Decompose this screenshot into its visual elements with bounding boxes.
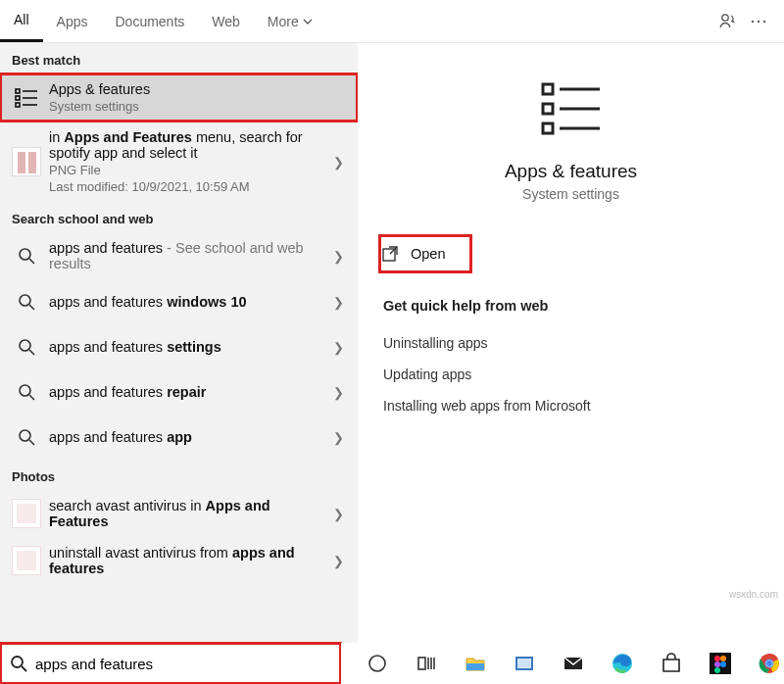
taskbar bbox=[341, 643, 784, 684]
chevron-right-icon[interactable]: ❯ bbox=[325, 430, 352, 445]
svg-rect-20 bbox=[543, 84, 553, 94]
quick-link-installing[interactable]: Installing web apps from Microsoft bbox=[383, 390, 759, 421]
preview-subtitle: System settings bbox=[383, 186, 759, 202]
taskbar-store-icon[interactable] bbox=[657, 649, 686, 678]
result-subtitle: System settings bbox=[49, 99, 352, 114]
svg-line-29 bbox=[22, 666, 26, 671]
taskbar-taskview-icon[interactable] bbox=[412, 649, 441, 678]
section-best-match: Best match bbox=[0, 43, 358, 73]
text: search avast antivirus in bbox=[49, 498, 206, 513]
result-web-4[interactable]: apps and features repair ❯ bbox=[0, 369, 358, 415]
image-thumbnail-icon bbox=[12, 499, 41, 528]
tab-all[interactable]: All bbox=[0, 0, 43, 42]
svg-point-2 bbox=[758, 20, 760, 23]
svg-point-12 bbox=[20, 295, 30, 306]
text-bold: app bbox=[167, 429, 192, 445]
result-web-3[interactable]: apps and features settings ❯ bbox=[0, 324, 358, 369]
result-title: uninstall avast antivirus from apps and … bbox=[49, 545, 325, 576]
svg-point-18 bbox=[20, 430, 30, 441]
apps-features-large-icon bbox=[533, 71, 610, 147]
taskbar-cortana-icon[interactable] bbox=[363, 649, 392, 678]
taskbar-file-explorer-icon[interactable] bbox=[461, 649, 490, 678]
svg-rect-31 bbox=[418, 658, 425, 669]
chevron-right-icon[interactable]: ❯ bbox=[325, 385, 352, 400]
svg-point-16 bbox=[20, 385, 30, 396]
chevron-right-icon[interactable]: ❯ bbox=[325, 155, 352, 170]
svg-line-19 bbox=[29, 440, 34, 445]
bottom-bar bbox=[0, 643, 784, 684]
tab-more-label: More bbox=[268, 14, 299, 29]
chevron-right-icon[interactable]: ❯ bbox=[325, 507, 352, 521]
tab-documents[interactable]: Documents bbox=[101, 0, 198, 42]
result-web-2[interactable]: apps and features windows 10 ❯ bbox=[0, 279, 358, 324]
list-settings-icon bbox=[12, 83, 41, 113]
top-tab-bar: All Apps Documents Web More bbox=[0, 0, 784, 43]
text: apps and features bbox=[49, 339, 167, 355]
chevron-right-icon[interactable]: ❯ bbox=[325, 554, 352, 568]
result-web-1[interactable]: apps and features - See school and web r… bbox=[0, 232, 358, 279]
watermark: wsxdn.com bbox=[729, 589, 778, 600]
tab-apps[interactable]: Apps bbox=[43, 0, 102, 42]
svg-line-17 bbox=[29, 395, 34, 400]
tab-web[interactable]: Web bbox=[198, 0, 254, 42]
svg-point-1 bbox=[752, 20, 755, 23]
chevron-down-icon bbox=[303, 19, 313, 24]
result-title: apps and features repair bbox=[49, 384, 325, 400]
svg-point-14 bbox=[20, 340, 30, 351]
chevron-right-icon[interactable]: ❯ bbox=[325, 295, 352, 310]
result-title: Apps & features bbox=[49, 81, 352, 97]
search-icon bbox=[12, 332, 41, 362]
chevron-right-icon[interactable]: ❯ bbox=[325, 340, 352, 355]
open-button[interactable]: Open bbox=[379, 235, 471, 272]
svg-line-11 bbox=[29, 259, 34, 264]
svg-point-42 bbox=[720, 656, 726, 661]
svg-point-0 bbox=[722, 14, 728, 20]
section-photos: Photos bbox=[0, 460, 358, 490]
taskbar-edge-icon[interactable] bbox=[608, 649, 637, 678]
quick-link-uninstalling[interactable]: Uninstalling apps bbox=[383, 327, 759, 359]
result-title: in Apps and Features menu, search for sp… bbox=[49, 129, 325, 161]
svg-point-10 bbox=[20, 249, 30, 260]
chevron-right-icon[interactable]: ❯ bbox=[325, 249, 352, 264]
tab-more[interactable]: More bbox=[254, 0, 326, 42]
result-photo-2[interactable]: uninstall avast antivirus from apps and … bbox=[0, 537, 358, 584]
search-icon bbox=[12, 377, 41, 407]
image-thumbnail-icon bbox=[12, 147, 41, 176]
taskbar-figma-icon[interactable] bbox=[706, 649, 735, 678]
results-pane: Best match Apps & features System settin… bbox=[0, 43, 358, 643]
open-label: Open bbox=[411, 246, 445, 262]
svg-rect-35 bbox=[466, 663, 484, 670]
text: apps and features bbox=[49, 429, 167, 445]
taskbar-mail-icon[interactable] bbox=[559, 649, 588, 678]
taskbar-snip-icon[interactable] bbox=[510, 649, 539, 678]
quick-link-updating[interactable]: Updating apps bbox=[383, 359, 759, 390]
svg-rect-4 bbox=[16, 89, 20, 93]
result-title: apps and features app bbox=[49, 429, 325, 445]
result-title: apps and features - See school and web r… bbox=[49, 240, 325, 271]
svg-point-41 bbox=[714, 656, 720, 661]
text-bold: repair bbox=[167, 384, 206, 400]
svg-rect-40 bbox=[710, 653, 731, 674]
svg-rect-8 bbox=[16, 103, 20, 107]
result-web-5[interactable]: apps and features app ❯ bbox=[0, 415, 358, 460]
text: apps and features bbox=[49, 384, 167, 400]
svg-rect-37 bbox=[517, 659, 531, 668]
search-input[interactable] bbox=[35, 656, 339, 672]
svg-line-15 bbox=[29, 350, 34, 355]
text-bold: Apps and Features bbox=[64, 129, 192, 145]
result-apps-and-features[interactable]: Apps & features System settings bbox=[0, 73, 358, 122]
text: apps and features bbox=[49, 240, 163, 256]
text: apps and features bbox=[49, 294, 167, 310]
text-bold: windows 10 bbox=[167, 294, 246, 310]
svg-rect-24 bbox=[543, 123, 553, 133]
result-file-tip[interactable]: in Apps and Features menu, search for sp… bbox=[0, 122, 358, 202]
feedback-icon[interactable] bbox=[711, 6, 743, 37]
result-photo-1[interactable]: search avast antivirus in Apps and Featu… bbox=[0, 490, 358, 537]
svg-point-43 bbox=[720, 661, 726, 667]
more-options-icon[interactable] bbox=[743, 6, 774, 37]
preview-title: Apps & features bbox=[383, 161, 759, 182]
search-box[interactable] bbox=[0, 643, 341, 684]
search-icon bbox=[12, 241, 41, 270]
svg-point-44 bbox=[714, 661, 720, 667]
taskbar-chrome-icon[interactable] bbox=[755, 649, 784, 678]
